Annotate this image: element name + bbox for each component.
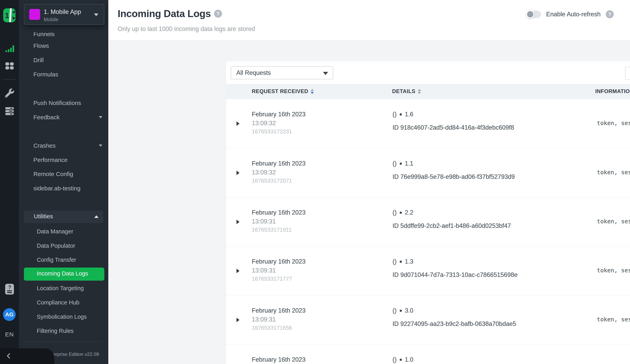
- row-device-id: ID 918c4607-2ad5-dd84-416a-4f3debc609f8: [392, 124, 514, 131]
- app-selector[interactable]: 1. Mobile App Mobile: [24, 4, 104, 25]
- sort-icon: [311, 89, 314, 94]
- row-information: token, session, metrics, consent, events: [597, 267, 630, 274]
- row-sdk: (): [392, 160, 397, 167]
- row-device-id: ID 92274095-aa23-b9c2-bafb-0638a70bdae5: [392, 320, 516, 328]
- request-filter-value: All Requests: [236, 69, 271, 76]
- page-title: Incoming Data Logs: [118, 8, 211, 19]
- row-timestamp: 1676533171911: [252, 226, 306, 233]
- page-header: Incoming Data Logs ? Only up to last 100…: [108, 0, 630, 40]
- column-header-request-received[interactable]: REQUEST RECEIVED: [252, 88, 314, 94]
- sidebar-item-crashes[interactable]: Crashes: [19, 142, 108, 150]
- auto-refresh-control: Enable Auto-refresh ?: [526, 10, 614, 18]
- row-date: February 16th 2023: [252, 307, 306, 314]
- sidebar-item-drill[interactable]: Drill: [34, 56, 44, 64]
- table-row: February 16th 2023 () 1.0: [226, 344, 630, 364]
- auto-refresh-label: Enable Auto-refresh: [546, 11, 600, 18]
- expand-row-icon[interactable]: [236, 122, 240, 126]
- sidebar-item-symbolication-logs[interactable]: Symbolication Logs: [37, 313, 87, 321]
- chevron-down-icon: [99, 145, 102, 147]
- expand-row-icon[interactable]: [236, 269, 240, 273]
- sidebar-item-config-transfer[interactable]: Config Transfer: [37, 256, 76, 264]
- row-date: February 16th 2023: [252, 258, 306, 265]
- table-row: February 16th 2023 13:09:31 167653317191…: [226, 197, 630, 246]
- row-sdk-version: 3.0: [405, 307, 414, 314]
- row-time: 13:09:32: [252, 120, 306, 127]
- avatar[interactable]: AG: [3, 308, 16, 321]
- analytics-icon[interactable]: [0, 43, 19, 52]
- bullet-icon: [400, 261, 402, 263]
- row-information: token, session, metrics, consent, events: [597, 218, 630, 225]
- chevron-up-icon: [94, 215, 98, 218]
- sidebar: 1. Mobile App Mobile Funnels Flows Drill…: [19, 0, 108, 364]
- expand-row-icon[interactable]: [236, 220, 240, 224]
- table-row: February 16th 2023 13:09:32 167653317223…: [226, 99, 630, 148]
- bullet-icon: [400, 163, 402, 165]
- download-button[interactable]: [625, 67, 630, 80]
- data-server-icon[interactable]: [0, 107, 19, 116]
- sidebar-collapse-button[interactable]: [0, 348, 54, 364]
- row-date: February 16th 2023: [252, 356, 306, 364]
- sidebar-item-data-populator[interactable]: Data Populator: [37, 242, 75, 249]
- sidebar-item-performance[interactable]: Performance: [34, 156, 68, 164]
- row-device-id: ID 9d071044-7d7a-7313-10ac-c7866515698e: [392, 271, 518, 279]
- management-wrench-icon[interactable]: [0, 89, 19, 98]
- column-header-information[interactable]: INFORMATION: [595, 88, 630, 94]
- sort-icon: [418, 89, 421, 94]
- table-header: REQUEST RECEIVED DETAILS INFORMATION: [226, 84, 630, 99]
- row-time: 13:09:31: [252, 218, 306, 225]
- sidebar-item-location-targeting[interactable]: Location Targeting: [37, 284, 84, 292]
- countly-logo-icon[interactable]: 1: [0, 7, 19, 23]
- sidebar-item-incoming-data-logs[interactable]: Incoming Data Logs: [24, 268, 104, 281]
- chevron-down-icon: [99, 116, 102, 118]
- dashboards-grid-icon[interactable]: [0, 61, 19, 70]
- bullet-icon: [400, 359, 402, 361]
- row-information: token, session, metrics, consent, events: [597, 120, 630, 126]
- row-sdk-version: 1.1: [405, 160, 414, 167]
- language-selector[interactable]: EN: [0, 331, 19, 338]
- row-device-id: ID 5ddffe99-2cb2-aef1-b486-a60d0253bf47: [392, 222, 511, 230]
- row-information: token, session, metrics, consent, events: [597, 316, 630, 323]
- row-sdk: (): [392, 209, 397, 216]
- auto-refresh-toggle[interactable]: [526, 10, 541, 18]
- row-date: February 16th 2023: [252, 209, 306, 216]
- sidebar-item-push-notifications[interactable]: Push Notifications: [34, 99, 81, 107]
- row-sdk: (): [392, 356, 397, 364]
- row-information: token, session, metrics, consent, events: [597, 169, 630, 176]
- row-timestamp: 1676533172231: [252, 128, 306, 135]
- chevron-left-icon: [7, 353, 12, 359]
- table-row: February 16th 2023 13:09:31 167653317177…: [226, 246, 630, 295]
- sidebar-item-formulas[interactable]: Formulas: [34, 71, 58, 78]
- svg-text:?: ?: [8, 284, 11, 290]
- sidebar-item-data-manager[interactable]: Data Manager: [37, 228, 73, 235]
- column-header-details[interactable]: DETAILS: [392, 88, 421, 94]
- sidebar-menu: Funnels Flows Drill Formulas Push Notifi…: [19, 32, 108, 364]
- row-time: 13:09:31: [252, 267, 306, 274]
- sidebar-item-flows[interactable]: Flows: [34, 42, 49, 50]
- row-sdk-version: 1.0: [405, 356, 414, 364]
- row-sdk: (): [392, 111, 397, 118]
- request-filter-dropdown[interactable]: All Requests: [231, 66, 333, 79]
- sidebar-section-utilities[interactable]: Utilities: [24, 210, 103, 223]
- row-timestamp: 1676533171656: [252, 325, 306, 331]
- bullet-icon: [400, 113, 402, 116]
- bullet-icon: [400, 211, 402, 214]
- page-subtitle: Only up to last 1000 incoming data logs …: [118, 25, 255, 32]
- row-timestamp: 1676533172071: [252, 178, 306, 184]
- expand-row-icon[interactable]: [236, 171, 240, 175]
- sidebar-item-feedback[interactable]: Feedback: [19, 114, 108, 121]
- expand-row-icon[interactable]: [236, 318, 240, 322]
- help-doc-icon[interactable]: ?: [0, 284, 19, 295]
- sidebar-item-funnels[interactable]: Funnels: [34, 32, 55, 38]
- row-sdk-version: 2.2: [405, 209, 414, 216]
- sidebar-item-remote-config[interactable]: Remote Config: [34, 170, 73, 178]
- sidebar-item-ab-testing[interactable]: sidebar.ab-testing: [34, 184, 80, 192]
- auto-refresh-help-icon[interactable]: ?: [606, 10, 614, 18]
- sidebar-item-compliance-hub[interactable]: Compliance Hub: [37, 299, 79, 306]
- rail-divider: [3, 79, 16, 80]
- title-help-icon[interactable]: ?: [214, 10, 222, 18]
- sidebar-item-filtering-rules[interactable]: Filtering Rules: [37, 327, 74, 335]
- table-toolbar: All Requests: [226, 61, 630, 84]
- icon-rail: 1: [0, 0, 19, 364]
- row-sdk: (): [392, 258, 397, 265]
- table-row: February 16th 2023 13:09:31 167653317165…: [226, 295, 630, 344]
